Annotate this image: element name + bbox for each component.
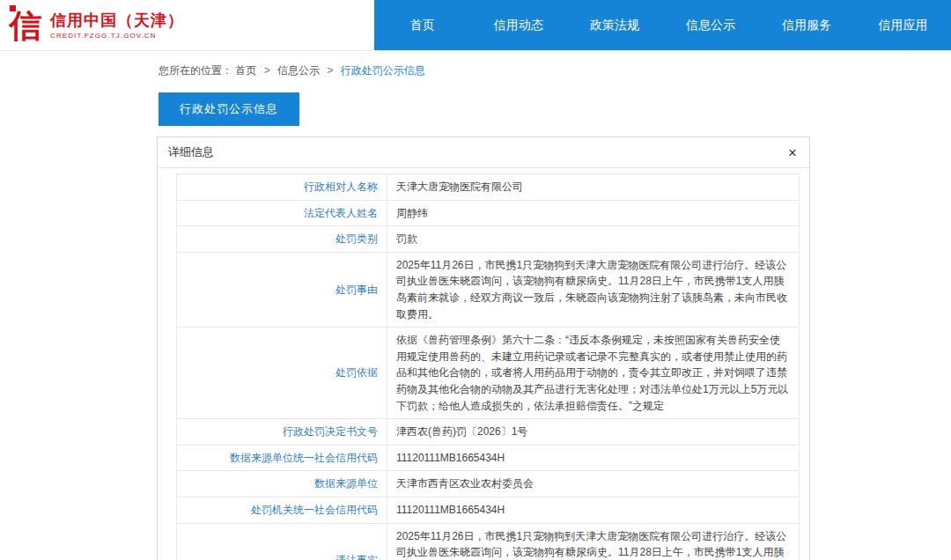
breadcrumb: 您所在的位置： 首页 > 信息公示 > 行政处罚公示信息 (158, 63, 951, 78)
tab-penalty-disclosure[interactable]: 行政处罚公示信息 (158, 92, 299, 126)
row-penalty-basis: 处罚依据 依据《兽药管理条例》第六十二条：“违反本条例规定，未按照国家有关兽药安… (177, 328, 800, 419)
detail-panel-header: 详细信息 × (158, 137, 809, 168)
nav-item-credit-service[interactable]: 信用服务 (759, 0, 855, 50)
nav-item-credit-news[interactable]: 信用动态 (470, 0, 566, 50)
row-label: 行政处罚决定书文号 (177, 419, 387, 446)
logo-title: 信用中国（天津） (50, 11, 184, 29)
row-legal-rep: 法定代表人姓名 周静纬 (177, 200, 800, 226)
row-label: 处罚机关统一社会信用代码 (177, 497, 387, 523)
row-party-name: 行政相对人名称 天津大唐宠物医院有限公司 (177, 174, 800, 201)
row-value: 罚款 (387, 226, 800, 253)
row-penalty-reason: 处罚事由 2025年11月26日，市民携1只宠物狗到天津大唐宠物医院有限公司进行… (177, 252, 800, 327)
detail-panel-body: 行政相对人名称 天津大唐宠物医院有限公司 法定代表人姓名 周静纬 处罚类别 罚款… (158, 168, 809, 560)
main-nav: 首页 信用动态 政策法规 信息公示 信用服务 信用应用 (374, 0, 951, 50)
row-label: 法定代表人姓名 (177, 200, 387, 226)
breadcrumb-separator: > (264, 64, 270, 77)
nav-item-home[interactable]: 首页 (374, 0, 470, 50)
breadcrumb-item-current[interactable]: 行政处罚公示信息 (341, 64, 425, 77)
row-label: 数据来源单位统一社会信用代码 (177, 445, 387, 471)
row-source-unit: 数据来源单位 天津市西青区农业农村委员会 (177, 471, 800, 497)
logo-text: 信用中国（天津） CREDIT.FZGG.TJ.GOV.CN (50, 11, 184, 40)
row-value: 津西农(兽药)罚〔2026〕1号 (387, 419, 800, 446)
row-value: 周静纬 (387, 200, 800, 226)
nav-item-policies[interactable]: 政策法规 (566, 0, 662, 50)
row-penalty-category: 处罚类别 罚款 (177, 226, 800, 253)
row-label: 行政相对人名称 (177, 174, 387, 201)
nav-item-credit-application[interactable]: 信用应用 (855, 0, 951, 50)
row-label: 处罚事由 (177, 252, 387, 327)
row-label: 违法事实 (177, 523, 387, 560)
row-value: 依据《兽药管理条例》第六十二条：“违反本条例规定，未按照国家有关兽药安全使用规定… (387, 328, 800, 419)
row-illegal-fact: 违法事实 2025年11月26日，市民携1只宠物狗到天津大唐宠物医院有限公司进行… (177, 523, 800, 560)
close-icon[interactable]: × (786, 145, 799, 160)
row-value: 11120111MB1665434H (387, 445, 800, 471)
breadcrumb-item-home[interactable]: 首页 (235, 64, 256, 77)
detail-table: 行政相对人名称 天津大唐宠物医院有限公司 法定代表人姓名 周静纬 处罚类别 罚款… (176, 173, 800, 560)
row-source-unit-credit-code: 数据来源单位统一社会信用代码 11120111MB1665434H (177, 445, 800, 471)
detail-panel: 详细信息 × 行政相对人名称 天津大唐宠物医院有限公司 法定代表人姓名 周静纬 … (157, 136, 810, 560)
page: 信 信用中国（天津） CREDIT.FZGG.TJ.GOV.CN 首页 信用动态… (0, 0, 951, 560)
site-header: 信 信用中国（天津） CREDIT.FZGG.TJ.GOV.CN 首页 信用动态… (0, 0, 951, 51)
seal-glyph: 信 (10, 6, 42, 45)
row-value: 天津大唐宠物医院有限公司 (387, 174, 800, 201)
logo-subtitle: CREDIT.FZGG.TJ.GOV.CN (50, 32, 184, 40)
panel-title: 详细信息 (168, 144, 214, 160)
row-label: 处罚依据 (177, 328, 387, 419)
row-value: 11120111MB1665434H (387, 497, 800, 523)
logo-seal-icon: 信 (9, 4, 42, 47)
row-decision-doc-number: 行政处罚决定书文号 津西农(兽药)罚〔2026〕1号 (177, 419, 800, 446)
row-label: 数据来源单位 (177, 471, 387, 497)
row-value: 2025年11月26日，市民携1只宠物狗到天津大唐宠物医院有限公司进行治疗。经该… (387, 252, 800, 327)
site-logo[interactable]: 信 信用中国（天津） CREDIT.FZGG.TJ.GOV.CN (0, 0, 374, 50)
row-label: 处罚类别 (177, 226, 387, 253)
nav-item-info-disclosure[interactable]: 信息公示 (663, 0, 759, 50)
breadcrumb-prefix: 您所在的位置： (158, 64, 232, 77)
row-value: 天津市西青区农业农村委员会 (387, 471, 800, 497)
row-value: 2025年11月26日，市民携1只宠物狗到天津大唐宠物医院有限公司进行治疗。经该… (387, 523, 800, 560)
breadcrumb-separator: > (327, 64, 333, 77)
row-authority-credit-code: 处罚机关统一社会信用代码 11120111MB1665434H (177, 497, 800, 523)
breadcrumb-item-info-disclosure[interactable]: 信息公示 (277, 64, 320, 77)
